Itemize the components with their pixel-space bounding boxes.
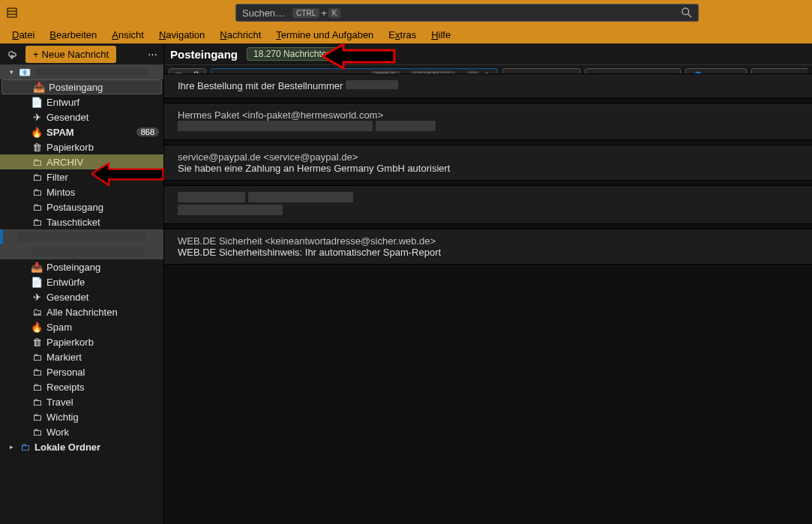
folder-papierkorb-1[interactable]: 🗑Papierkorb xyxy=(0,139,163,154)
global-search-input[interactable]: Suchen… CTRL + K xyxy=(235,4,699,22)
get-messages-icon[interactable] xyxy=(6,48,18,60)
folder-tauschticket[interactable]: 🗀Tauschticket xyxy=(0,214,163,229)
message-row[interactable]: service@paypal.de <service@paypal.de> Si… xyxy=(164,145,812,181)
menu-nachricht[interactable]: Nachricht xyxy=(212,28,268,42)
new-message-label: Neue Nachricht xyxy=(42,49,109,60)
folder-posteingang-2[interactable]: 📥Posteingang xyxy=(0,259,163,274)
folder-archiv[interactable]: 🗀ARCHIV xyxy=(0,154,163,169)
svg-rect-0 xyxy=(7,8,16,17)
folder-sidebar: + Neue Nachricht ⋯ ▾ 📧 📥Posteingang 📄Ent… xyxy=(0,43,164,524)
folder-alle-nachrichten[interactable]: 🗂Alle Nachrichten xyxy=(0,304,163,319)
spam-count-badge: 868 xyxy=(136,127,159,136)
menubar: Datei Bearbeiten Ansicht Navigation Nach… xyxy=(0,25,812,43)
account2-name-redacted xyxy=(18,232,145,241)
folder-entwuerfe-2[interactable]: 📄Entwürfe xyxy=(0,274,163,289)
folder-filter[interactable]: 🗀Filter xyxy=(0,169,163,184)
svg-point-3 xyxy=(682,8,689,15)
account2-sub-redacted[interactable] xyxy=(0,244,163,259)
menu-bearbeiten[interactable]: Bearbeiten xyxy=(42,28,104,42)
folder-wichtig[interactable]: 🗀Wichtig xyxy=(0,409,163,424)
app-menu-icon[interactable] xyxy=(6,7,18,19)
window-titlebar: Suchen… CTRL + K xyxy=(0,0,812,25)
folder-travel[interactable]: 🗀Travel xyxy=(0,394,163,409)
menu-extras[interactable]: Extras xyxy=(381,28,424,42)
mail-account-icon: 📧 xyxy=(19,67,30,78)
folder-entwurf-1[interactable]: 📄Entwurf xyxy=(0,94,163,109)
new-message-button[interactable]: + Neue Nachricht xyxy=(25,46,116,63)
folder-receipts[interactable]: 🗀Receipts xyxy=(0,379,163,394)
search-icon xyxy=(682,7,692,18)
message-row[interactable]: WEB.DE Sicherheit <keineantwortadresse@s… xyxy=(164,229,812,265)
account2-header[interactable] xyxy=(0,229,163,244)
message-count-pill: 18.270 Nachrichten xyxy=(247,47,338,61)
folder-tab-title[interactable]: Posteingang xyxy=(170,48,238,61)
folder-spam-1[interactable]: 🔥SPAM868 xyxy=(0,124,163,139)
content-tabs: Posteingang 18.270 Nachrichten xyxy=(164,43,812,64)
menu-ansicht[interactable]: Ansicht xyxy=(104,28,151,42)
kbd-plus: + xyxy=(321,7,327,19)
kbd-ctrl: CTRL xyxy=(292,8,319,18)
folder-gesendet-1[interactable]: ✈Gesendet xyxy=(0,109,163,124)
folder-mintos[interactable]: 🗀Mintos xyxy=(0,184,163,199)
message-list[interactable]: Ihre Bestellung mit der Bestellnummer He… xyxy=(164,88,812,524)
message-row[interactable]: Ihre Bestellung mit der Bestellnummer xyxy=(164,73,812,98)
menu-hilfe[interactable]: Hilfe xyxy=(424,28,458,42)
menu-navigation[interactable]: Navigation xyxy=(151,28,212,42)
message-row[interactable]: Hermes Paket <info-paket@hermesworld.com… xyxy=(164,103,812,140)
menu-termine[interactable]: Termine und Aufgaben xyxy=(268,28,381,42)
folder-personal[interactable]: 🗀Personal xyxy=(0,364,163,379)
folder-papierkorb-2[interactable]: 🗑Papierkorb xyxy=(0,334,163,349)
message-row[interactable] xyxy=(164,185,812,224)
sidebar-toolbar: + Neue Nachricht ⋯ xyxy=(0,43,163,64)
svg-line-4 xyxy=(688,14,691,17)
account1-header[interactable]: ▾ 📧 xyxy=(0,64,163,79)
folder-tree: ▾ 📧 📥Posteingang 📄Entwurf ✈Gesendet 🔥SPA… xyxy=(0,64,163,524)
menu-datei[interactable]: Datei xyxy=(4,28,42,42)
plus-icon: + xyxy=(33,49,39,60)
folder-icon: 🗀 xyxy=(19,442,30,453)
chevron-down-icon: ▾ xyxy=(7,68,15,76)
kbd-k: K xyxy=(328,8,341,18)
account1-name-redacted xyxy=(34,67,147,76)
folder-posteingang-1[interactable]: 📥Posteingang xyxy=(1,79,162,94)
folder-postausgang[interactable]: 🗀Postausgang xyxy=(0,199,163,214)
search-placeholder: Suchen… xyxy=(242,7,285,19)
local-folders-header[interactable]: ▸ 🗀 Lokale Ordner xyxy=(0,439,163,454)
folder-work[interactable]: 🗀Work xyxy=(0,424,163,439)
folder-markiert[interactable]: 🗀Markiert xyxy=(0,349,163,364)
folder-spam-2[interactable]: 🔥Spam xyxy=(0,319,163,334)
folder-gesendet-2[interactable]: ✈Gesendet xyxy=(0,289,163,304)
content-pane: Posteingang 18.270 Nachrichten Nachricht… xyxy=(164,43,812,524)
sidebar-overflow-icon[interactable]: ⋯ xyxy=(148,49,157,60)
chevron-right-icon: ▸ xyxy=(7,443,15,451)
